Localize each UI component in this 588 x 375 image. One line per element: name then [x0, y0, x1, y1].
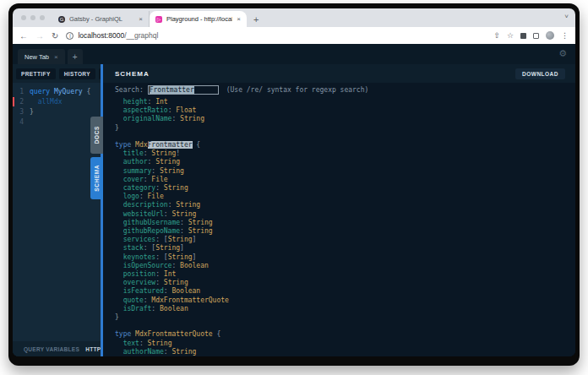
extensions-icon[interactable] [520, 33, 526, 39]
schema-side-tab[interactable]: SCHEMA [90, 157, 103, 199]
site-info-icon[interactable]: i [66, 32, 74, 40]
browser-tab-title: Playground - http://localhost:8 [166, 15, 232, 23]
code-line: originalName: String [115, 115, 575, 123]
url-path: /__graphql [124, 31, 158, 40]
schema-panel: SCHEMA DOWNLOAD Search: Frontmatter (Use… [103, 64, 575, 356]
code-line: githubUsername: String [115, 219, 575, 227]
profile-avatar[interactable] [546, 31, 554, 40]
code-line: 2 allMdx [13, 97, 101, 107]
browser-toolbar: ← → ↻ i localhost:8000/__graphql ⇧ ☆ ⋮ [13, 27, 575, 44]
browser-tab-strip: G Gatsby - GraphiQL × ▷ Playground - htt… [13, 8, 575, 27]
url-host: localhost:8000 [78, 31, 124, 40]
schema-title: SCHEMA [115, 70, 150, 78]
query-variables-tab[interactable]: QUERY VARIABLES [24, 346, 79, 352]
address-bar[interactable]: i localhost:8000/__graphql [66, 31, 486, 40]
code-line [115, 322, 575, 330]
code-line: height: Int [115, 98, 575, 106]
forward-icon[interactable]: → [35, 31, 44, 41]
close-tab-icon[interactable]: × [237, 15, 241, 23]
schema-search-row: Search: Frontmatter (Use /re/ syntax for… [103, 83, 575, 96]
code-line: quote: MdxFrontmatterQuote [115, 296, 575, 305]
new-tab-button[interactable]: + [253, 11, 259, 27]
window-frame: G Gatsby - GraphiQL × ▷ Playground - htt… [8, 3, 580, 366]
code-line: position: Int [115, 270, 575, 279]
code-line: } [115, 313, 575, 322]
code-line [115, 133, 575, 141]
code-line: summary: String [115, 167, 575, 176]
editor-bottom-tabs: QUERY VARIABLES HTTP HEADERS [13, 341, 101, 356]
query-editor-panel: PRETTIFY HISTORY htt 1query MyQuery {2 a… [13, 64, 101, 356]
code-line: description: String [115, 201, 575, 209]
browser-window: G Gatsby - GraphiQL × ▷ Playground - htt… [13, 8, 575, 356]
code-line: 3} [13, 107, 101, 117]
docs-side-tab[interactable]: DOCS [90, 117, 103, 154]
zoom-window-icon[interactable] [40, 15, 45, 20]
schema-side-tab-label: SCHEMA [94, 165, 100, 192]
download-button[interactable]: DOWNLOAD [515, 68, 565, 79]
settings-gear-icon[interactable]: ⚙ [558, 48, 567, 59]
schema-header: SCHEMA DOWNLOAD [103, 64, 575, 83]
code-line: isFeatured: Boolean [115, 287, 575, 296]
code-line: logo: File [115, 193, 575, 201]
browser-tab-playground[interactable]: ▷ Playground - http://localhost:8 × [150, 11, 247, 27]
sidebar-icon[interactable] [533, 33, 539, 39]
playground-favicon-icon: ▷ [155, 16, 162, 23]
code-line: text: String [115, 340, 575, 348]
search-input[interactable]: Frontmatter [148, 85, 219, 95]
docs-side-tab-label: DOCS [94, 126, 100, 144]
session-tab[interactable]: New Tab × [18, 49, 65, 64]
browser-tab-gatsby[interactable]: G Gatsby - GraphiQL × [52, 11, 150, 27]
code-line: stack: [String] [115, 244, 575, 253]
schema-sdl-view[interactable]: height: Int aspectRatio: Float originalN… [103, 96, 575, 356]
more-menu-icon[interactable]: ⋮ [561, 31, 569, 40]
code-line: type MdxFrontmatterQuote { [115, 330, 575, 339]
close-window-icon[interactable] [21, 15, 26, 20]
code-line: isOpenSource: Boolean [115, 262, 575, 270]
search-hint: (Use /re/ syntax for regexp search) [226, 86, 369, 94]
code-line: authorName: String [115, 348, 575, 356]
text-cursor [13, 97, 14, 106]
share-icon[interactable]: ⇧ [493, 31, 500, 40]
bookmark-star-icon[interactable]: ☆ [507, 31, 514, 40]
query-editor[interactable]: 1query MyQuery {2 allMdx3}4 [13, 83, 101, 341]
history-button[interactable]: HISTORY [59, 68, 95, 79]
window-controls [13, 8, 52, 27]
editor-toolbar: PRETTIFY HISTORY htt [13, 64, 101, 83]
code-line: keynotes: [String] [115, 253, 575, 262]
session-tab-label: New Tab [24, 53, 49, 61]
code-line: githubRepoName: String [115, 227, 575, 236]
search-label: Search: [115, 86, 144, 94]
reload-icon[interactable]: ↻ [52, 31, 58, 41]
code-line: isDraft: Boolean [115, 305, 575, 313]
close-tab-icon[interactable]: × [139, 15, 143, 23]
code-line: 4 [13, 117, 101, 128]
gatsby-favicon-icon: G [58, 16, 65, 23]
code-line: 1query MyQuery { [13, 87, 101, 97]
code-line: services: [String] [115, 236, 575, 244]
playground-tab-bar: New Tab × + ⚙ [13, 44, 575, 64]
http-headers-tab[interactable]: HTTP HEADERS [85, 346, 101, 352]
browser-tab-title: Gatsby - GraphiQL [69, 15, 134, 23]
playground-main: PRETTIFY HISTORY htt 1query MyQuery {2 a… [13, 64, 575, 356]
code-line: author: String [115, 158, 575, 166]
code-line: aspectRatio: Float [115, 106, 575, 115]
code-line: title: String! [115, 149, 575, 158]
chevron-down-icon[interactable]: ˅ [564, 13, 569, 20]
toolbar-actions: ⇧ ☆ ⋮ [493, 31, 569, 40]
code-line: category: String [115, 184, 575, 193]
code-line: } [115, 124, 575, 133]
search-input-value: Frontmatter [150, 86, 194, 94]
url-text: localhost:8000/__graphql [78, 31, 158, 40]
code-line: type MdxFrontmatter { [115, 141, 575, 149]
prettify-button[interactable]: PRETTIFY [16, 68, 56, 79]
code-line: overview: String [115, 279, 575, 287]
add-session-button[interactable]: + [68, 49, 83, 64]
code-line: websiteUrl: String [115, 210, 575, 219]
back-icon[interactable]: ← [19, 31, 28, 41]
close-session-icon[interactable]: × [54, 53, 58, 61]
graphql-playground: New Tab × + ⚙ PRETTIFY HISTORY htt [13, 44, 575, 356]
code-line: cover: File [115, 176, 575, 184]
minimize-window-icon[interactable] [30, 15, 35, 20]
